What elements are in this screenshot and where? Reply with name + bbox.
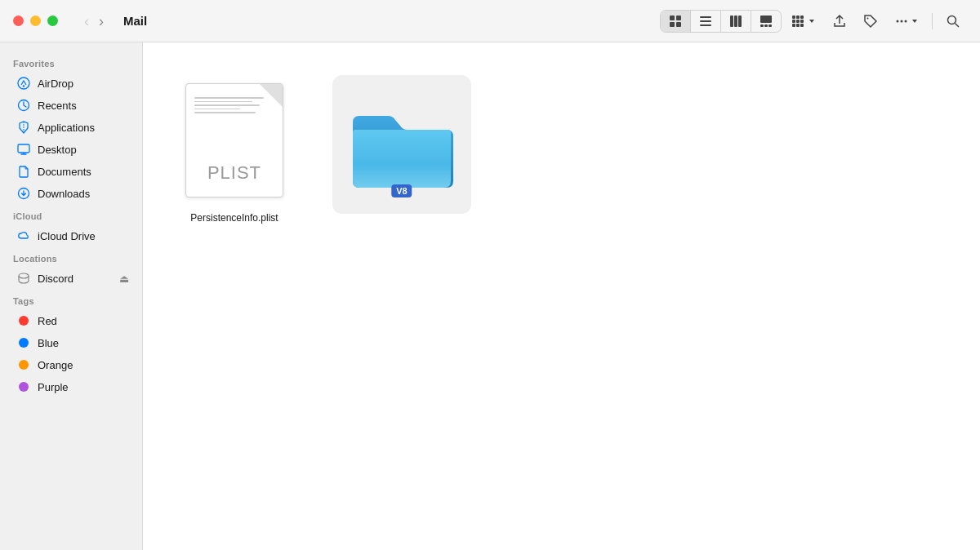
svg-rect-9 xyxy=(738,16,742,27)
folder-icon-wrapper: V8 xyxy=(332,75,471,214)
folder-svg-icon xyxy=(349,100,455,189)
svg-rect-20 xyxy=(800,16,804,19)
sidebar-item-tag-orange[interactable]: Orange xyxy=(3,354,139,375)
folder-badge: V8 xyxy=(391,184,412,197)
view-gallery-button[interactable] xyxy=(751,11,781,32)
icloud-section-label: iCloud xyxy=(0,205,142,224)
tag-purple-label: Purple xyxy=(38,381,69,393)
file-item-folder-v8[interactable]: V8 xyxy=(326,69,478,230)
disk-icon xyxy=(16,271,31,286)
svg-rect-6 xyxy=(700,24,711,26)
window-title: Mail xyxy=(123,14,147,28)
svg-line-28 xyxy=(956,23,960,27)
sidebar-item-desktop-label: Desktop xyxy=(38,144,77,156)
view-columns-button[interactable] xyxy=(721,11,751,32)
svg-point-25 xyxy=(901,20,903,22)
tag-blue-icon xyxy=(16,335,31,350)
sidebar-item-desktop[interactable]: Desktop xyxy=(3,139,139,160)
airdrop-icon xyxy=(16,76,31,91)
tag-orange-icon xyxy=(16,357,31,372)
sidebar-item-discord-label: Discord xyxy=(38,273,74,285)
svg-rect-2 xyxy=(670,22,675,27)
view-toggle-group xyxy=(660,10,782,33)
sidebar-item-tag-blue[interactable]: Blue xyxy=(3,332,139,353)
sidebar-item-recents[interactable]: Recents xyxy=(3,95,139,116)
sidebar-item-tag-red[interactable]: Red xyxy=(3,310,139,331)
applications-icon xyxy=(16,120,31,135)
svg-rect-16 xyxy=(792,24,795,27)
plist-line-3 xyxy=(194,104,260,106)
svg-rect-22 xyxy=(800,24,804,27)
svg-rect-13 xyxy=(768,24,772,27)
svg-rect-1 xyxy=(676,16,681,20)
eject-button[interactable]: ⏏ xyxy=(119,273,129,285)
svg-rect-7 xyxy=(730,16,733,27)
sidebar-item-airdrop[interactable]: AirDrop xyxy=(3,73,139,94)
plist-line-1 xyxy=(194,97,264,99)
toolbar-separator xyxy=(932,13,933,29)
svg-rect-15 xyxy=(792,20,795,23)
sidebar-item-documents[interactable]: Documents xyxy=(3,161,139,182)
window-controls xyxy=(13,16,58,26)
back-button[interactable]: ‹ xyxy=(81,12,92,30)
sidebar-item-discord[interactable]: Discord ⏏ xyxy=(3,268,139,289)
sidebar-item-tag-purple[interactable]: Purple xyxy=(3,376,139,397)
plist-file-name: PersistenceInfo.plist xyxy=(190,212,278,224)
svg-point-23 xyxy=(867,17,869,19)
share-button[interactable] xyxy=(826,9,853,33)
tag-purple-icon xyxy=(16,379,31,394)
downloads-icon xyxy=(16,186,31,201)
close-button[interactable] xyxy=(13,16,24,26)
svg-point-29 xyxy=(18,78,29,89)
file-item-plist[interactable]: PLIST PersistenceInfo.plist xyxy=(163,69,306,230)
more-button[interactable] xyxy=(888,9,925,33)
svg-rect-18 xyxy=(796,20,800,23)
toolbar-right xyxy=(660,9,967,33)
svg-rect-4 xyxy=(700,16,711,18)
sidebar-item-applications-label: Applications xyxy=(38,122,95,134)
svg-rect-5 xyxy=(700,20,711,22)
svg-point-26 xyxy=(905,20,907,22)
view-grid-button[interactable] xyxy=(661,11,691,32)
main-area: Favorites AirDrop Recents xyxy=(0,42,980,550)
sidebar-item-icloud-drive[interactable]: iCloud Drive xyxy=(3,225,139,246)
maximize-button[interactable] xyxy=(47,16,58,26)
plist-line-4 xyxy=(194,109,240,110)
sidebar-item-applications[interactable]: Applications xyxy=(3,117,139,138)
tag-button[interactable] xyxy=(857,9,884,33)
forward-button[interactable]: › xyxy=(96,12,107,30)
svg-rect-11 xyxy=(760,24,764,27)
view-list-button[interactable] xyxy=(691,11,721,32)
svg-rect-19 xyxy=(796,24,800,27)
sidebar-item-airdrop-label: AirDrop xyxy=(38,78,74,90)
svg-rect-8 xyxy=(734,16,737,27)
sidebar-item-downloads[interactable]: Downloads xyxy=(3,183,139,204)
desktop-icon xyxy=(16,142,31,157)
sidebar-item-icloud-label: iCloud Drive xyxy=(38,230,96,242)
tag-red-label: Red xyxy=(38,315,57,327)
sidebar: Favorites AirDrop Recents xyxy=(0,42,143,550)
title-bar: ‹ › Mail xyxy=(0,0,980,42)
sidebar-item-recents-label: Recents xyxy=(38,100,77,112)
plist-text-lines xyxy=(194,97,271,116)
plist-line-5 xyxy=(194,112,256,113)
svg-rect-3 xyxy=(676,22,681,27)
svg-rect-0 xyxy=(670,16,675,20)
search-button[interactable] xyxy=(939,9,967,33)
svg-rect-17 xyxy=(796,16,800,19)
locations-section-label: Locations xyxy=(0,247,142,267)
tag-red-icon xyxy=(16,313,31,328)
plist-line-2 xyxy=(194,101,252,103)
svg-rect-12 xyxy=(764,24,768,27)
plist-icon-wrapper: PLIST xyxy=(169,75,300,206)
group-by-button[interactable] xyxy=(785,9,822,33)
recents-icon xyxy=(16,98,31,113)
svg-rect-10 xyxy=(760,16,772,23)
svg-rect-14 xyxy=(792,16,795,19)
svg-rect-21 xyxy=(800,20,804,23)
svg-point-36 xyxy=(19,273,29,278)
icloud-icon xyxy=(16,228,31,243)
minimize-button[interactable] xyxy=(30,16,41,26)
svg-point-30 xyxy=(23,85,24,86)
sidebar-item-downloads-label: Downloads xyxy=(38,188,90,200)
